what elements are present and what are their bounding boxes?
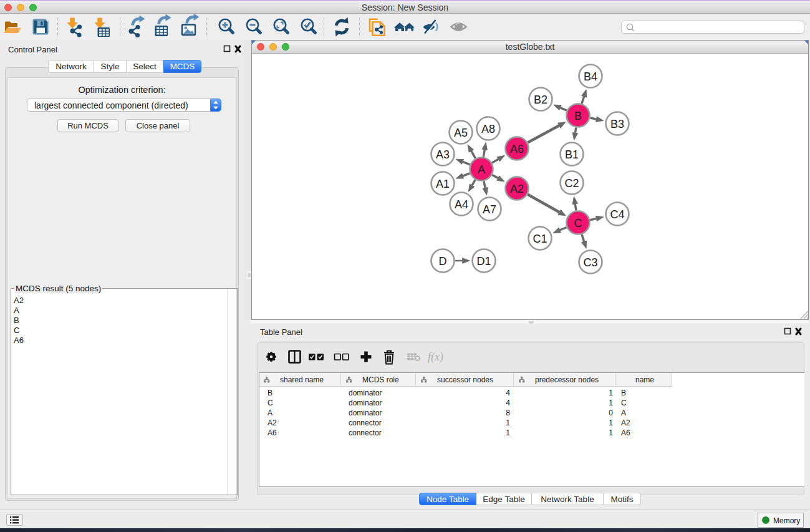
- svg-text:C4: C4: [610, 208, 624, 221]
- svg-text:B4: B4: [584, 70, 597, 83]
- svg-text:successor nodes: successor nodes: [437, 375, 493, 384]
- svg-text:B2: B2: [534, 94, 547, 106]
- svg-text:C3: C3: [583, 256, 597, 269]
- svg-text:A5: A5: [454, 127, 468, 139]
- svg-text:A8: A8: [481, 123, 495, 135]
- svg-text:MCDS role: MCDS role: [362, 375, 399, 384]
- svg-text:A6: A6: [510, 143, 524, 155]
- svg-text:A: A: [478, 163, 485, 176]
- svg-text:C2: C2: [564, 177, 579, 190]
- svg-text:A1: A1: [436, 178, 450, 190]
- svg-text:f(x): f(x): [428, 351, 443, 364]
- svg-text:A7: A7: [483, 203, 496, 216]
- svg-text:B3: B3: [610, 118, 624, 130]
- svg-text:A3: A3: [436, 148, 450, 161]
- svg-text:B1: B1: [565, 148, 579, 161]
- svg-text:C: C: [574, 217, 582, 230]
- svg-text:shared name: shared name: [280, 375, 324, 384]
- svg-text:A4: A4: [455, 198, 468, 211]
- svg-text:predecessor nodes: predecessor nodes: [535, 375, 599, 384]
- svg-text:D: D: [439, 255, 447, 268]
- svg-text:C1: C1: [533, 233, 547, 245]
- svg-text:A2: A2: [510, 183, 524, 195]
- svg-text:B: B: [574, 110, 582, 122]
- svg-text:name: name: [635, 375, 654, 384]
- svg-text:D1: D1: [476, 255, 491, 268]
